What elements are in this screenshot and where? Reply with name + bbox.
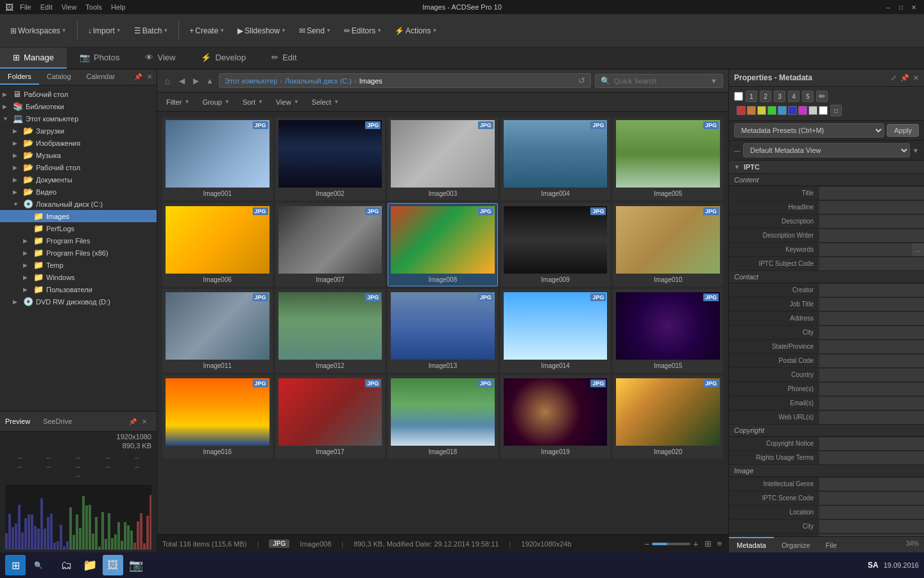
thumbnail-item[interactable]: JPG Image020 xyxy=(613,375,723,459)
sort-button[interactable]: Sort ▼ xyxy=(239,97,267,107)
value-rights-usage[interactable] xyxy=(819,451,924,464)
tree-item-windows[interactable]: ▶📁Windows xyxy=(0,271,157,283)
metadata-view-select[interactable]: Default Metadata View xyxy=(743,143,910,157)
view-thumbnails-button[interactable]: ⊞ xyxy=(703,538,713,550)
tree-item-документы[interactable]: ▶📂Документы xyxy=(0,173,157,186)
meta-color-button[interactable] xyxy=(798,106,807,115)
start-button[interactable]: ⊞ xyxy=(5,555,26,575)
meta-color-button[interactable] xyxy=(747,106,756,115)
value-copyright-notice[interactable] xyxy=(819,437,924,450)
value-country-1[interactable] xyxy=(819,369,924,381)
thumbnail-item[interactable]: JPG Image003 xyxy=(388,117,498,200)
nav-home-button[interactable]: ⌂ xyxy=(162,76,173,86)
value-city-2[interactable] xyxy=(819,520,924,533)
value-postal[interactable] xyxy=(819,355,924,367)
panel-close-button-right[interactable]: ✕ xyxy=(913,74,919,82)
meta-square-button[interactable]: □ xyxy=(830,105,842,116)
maximize-button[interactable]: □ xyxy=(896,2,906,12)
tree-item-музыка[interactable]: ▶📂Музыка xyxy=(0,149,157,161)
thumbnail-item[interactable]: JPG Image010 xyxy=(613,203,723,286)
tree-item-пользователи[interactable]: ▶📁Пользователи xyxy=(0,283,157,295)
value-address[interactable] xyxy=(819,312,924,325)
nav-back-button[interactable]: ◀ xyxy=(176,76,187,86)
value-title[interactable] xyxy=(819,187,924,200)
tab-catalog[interactable]: Catalog xyxy=(39,69,79,85)
thumbnail-item[interactable]: JPG Image005 xyxy=(613,117,723,200)
taskbar-app-2[interactable]: 📁 xyxy=(80,555,100,575)
path-drive[interactable]: Локальный диск (C:) xyxy=(285,77,352,85)
value-iptc-subject[interactable] xyxy=(819,258,924,270)
value-headline[interactable] xyxy=(819,201,924,214)
meta-num-3[interactable]: 3 xyxy=(774,91,785,102)
thumbnail-item[interactable]: JPG Image012 xyxy=(275,289,386,372)
thumbnail-item[interactable]: JPG Image013 xyxy=(388,289,498,372)
meta-color-button[interactable] xyxy=(767,106,776,115)
preview-tab-seedrive[interactable]: SeeDrive xyxy=(43,417,72,425)
address-reload-button[interactable]: ↺ xyxy=(578,76,585,85)
value-intellectual-genre[interactable] xyxy=(819,478,924,491)
thumbnail-item[interactable]: JPG Image018 xyxy=(388,375,498,459)
value-iptc-scene[interactable] xyxy=(819,492,924,505)
value-keywords[interactable] xyxy=(819,243,911,256)
iptc-section-header[interactable]: ▼ IPTC xyxy=(729,161,924,174)
tree-item-dvd-rw-дисковод-(d:)[interactable]: ▶💿DVD RW дисковод (D:) xyxy=(0,295,157,308)
value-description[interactable] xyxy=(819,215,924,228)
tab-calendar[interactable]: Calendar xyxy=(79,69,123,85)
thumbnail-item[interactable]: JPG Image008 xyxy=(388,203,498,286)
value-location[interactable] xyxy=(819,506,924,519)
view-list-button[interactable]: ≡ xyxy=(715,538,723,550)
filter-button[interactable]: Filter ▼ xyxy=(162,97,193,107)
menu-create[interactable]: + Create ▼ xyxy=(184,24,230,38)
thumbnail-item[interactable]: JPG Image002 xyxy=(275,117,386,200)
value-state-1[interactable] xyxy=(819,340,924,353)
value-desc-writer[interactable] xyxy=(819,229,924,242)
value-emails[interactable] xyxy=(819,397,924,410)
value-job-title[interactable] xyxy=(819,298,924,311)
thumbnail-item[interactable]: JPG Image004 xyxy=(501,117,611,200)
taskbar-app-4[interactable]: 📷 xyxy=(126,555,146,575)
meta-color-button[interactable] xyxy=(788,106,797,115)
tree-item-images[interactable]: 📁Images xyxy=(0,210,157,222)
tree-item-program-files[interactable]: ▶📁Program Files xyxy=(0,234,157,247)
taskbar-app-1[interactable]: 🗂 xyxy=(56,555,77,575)
value-web-urls[interactable] xyxy=(819,411,924,424)
tab-edit[interactable]: ✏Edit xyxy=(259,48,309,69)
thumbnail-item[interactable]: JPG Image009 xyxy=(501,203,611,286)
meta-color-button[interactable] xyxy=(737,106,746,115)
menu-help[interactable]: Help xyxy=(108,3,128,11)
thumbnail-item[interactable]: JPG Image001 xyxy=(162,117,273,200)
thumbnail-item[interactable]: JPG Image011 xyxy=(162,289,273,372)
thumbnail-item[interactable]: JPG Image006 xyxy=(162,203,273,286)
value-phones[interactable] xyxy=(819,383,924,396)
panel-pin-button[interactable]: 📌 xyxy=(133,71,143,82)
preview-pin-button[interactable]: 📌 xyxy=(128,416,138,426)
menu-import[interactable]: ↓ Import ▼ xyxy=(83,24,126,38)
nav-forward-button[interactable]: ▶ xyxy=(191,76,201,86)
tab-manage[interactable]: ⊞Manage xyxy=(0,48,67,69)
search-dropdown-button[interactable]: ▼ xyxy=(710,77,717,85)
menu-edit[interactable]: Edit xyxy=(38,3,55,11)
keywords-edit-button[interactable]: … xyxy=(911,243,924,256)
close-button[interactable]: ✕ xyxy=(909,2,919,12)
thumbnail-item[interactable]: JPG Image019 xyxy=(501,375,611,459)
footer-tab-file[interactable]: File xyxy=(818,537,845,552)
tab-photos[interactable]: 📷Photos xyxy=(67,48,132,69)
menu-workspaces[interactable]: ⊞ Workspaces ▼ xyxy=(5,24,72,38)
zoom-minus-button[interactable]: − xyxy=(644,539,649,549)
menu-batch[interactable]: ☰ Batch ▼ xyxy=(129,24,174,38)
metadata-checkbox[interactable] xyxy=(734,92,743,101)
taskbar-app-3[interactable]: 🖼 xyxy=(103,555,123,575)
thumbnail-item[interactable]: JPG Image015 xyxy=(613,289,723,372)
tab-develop[interactable]: ⚡Develop xyxy=(188,48,259,69)
thumbnail-item[interactable]: JPG Image017 xyxy=(275,375,386,459)
menu-editors[interactable]: ✏ Editors ▼ xyxy=(339,24,387,38)
tree-item-этот-компьютер[interactable]: ▼💻Этот компьютер xyxy=(0,112,157,125)
metadata-preset-select[interactable]: Metadata Presets (Ctrl+M) xyxy=(734,123,884,137)
meta-color-button[interactable] xyxy=(778,106,787,115)
path-computer[interactable]: Этот компьютер xyxy=(225,77,277,85)
meta-num-4[interactable]: 4 xyxy=(788,91,800,102)
tree-item-библиотеки[interactable]: ▶📚Библиотеки xyxy=(0,100,157,112)
panel-pin-button-right[interactable]: 📌 xyxy=(900,74,909,82)
tree-item-рабочий-стол[interactable]: ▶📂Рабочий стол xyxy=(0,161,157,173)
menu-send[interactable]: ✉ Send ▼ xyxy=(294,24,336,38)
